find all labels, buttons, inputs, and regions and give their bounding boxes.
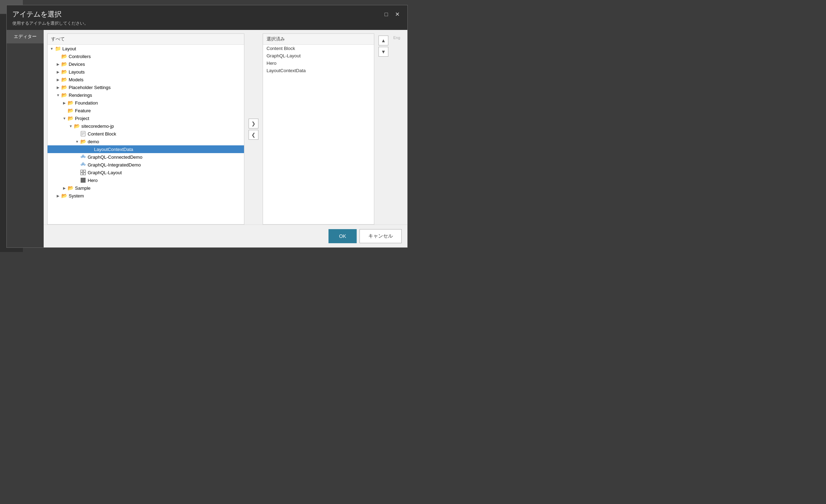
toggle-hero [74,177,80,183]
tree-item-demo[interactable]: 📂 demo [48,138,244,145]
tree-item-content-block[interactable]: Content Block [48,130,244,138]
toggle-feature [62,108,67,113]
dialog-header-buttons: □ ✕ [382,10,402,18]
doc-icon-content-block [80,131,86,137]
transfer-right-button[interactable]: ❯ [249,119,258,128]
label-controllers: Controllers [69,54,91,59]
tree-item-devices[interactable]: 📂 Devices [48,60,244,68]
folder-icon-devices: 📂 [61,61,67,67]
label-renderings: Renderings [69,93,92,98]
editor-tab[interactable]: エディター [7,30,44,44]
svg-rect-16 [81,173,83,175]
right-panel: 選択済み Content Block GraphQL-Layout Hero L… [263,33,374,225]
selected-item-content-block[interactable]: Content Block [263,45,374,52]
label-models: Models [69,77,83,82]
toggle-layouts[interactable] [55,69,61,75]
tree-item-models[interactable]: 📂 Models [48,76,244,83]
extra-right-panel: Eng [393,33,404,225]
toggle-renderings[interactable] [55,92,61,98]
folder-icon-project: 📂 [67,115,74,121]
label-sitecoredemo: sitecoredemo-jp [81,124,114,129]
dialog-footer: OK キャンセル [44,225,407,247]
label-graphql-integrated: GraphQL-IntegratedDemo [88,162,141,168]
selected-items-panel[interactable]: Content Block GraphQL-Layout Hero Layout… [263,45,374,224]
selected-item-graphql-layout[interactable]: GraphQL-Layout [263,52,374,59]
folder-icon-layouts: 📂 [61,69,67,75]
dialog-content: すべて 📁 Layout 📂 Controllers [44,30,407,247]
toggle-layout[interactable] [49,46,55,51]
toggle-controllers [55,53,61,59]
toggle-devices[interactable] [55,61,61,67]
toggle-graphql-layout [74,170,80,175]
selected-item-hero[interactable]: Hero [263,59,374,67]
tree-item-renderings[interactable]: 📂 Renderings [48,91,244,99]
toggle-layoutcontextdata [81,146,86,152]
tree-item-layoutcontextdata[interactable]: LayoutContextData [48,145,244,153]
svg-point-4 [81,156,82,158]
toggle-sitecoredemo[interactable] [68,123,74,129]
dialog-title: アイテムを選択 [12,10,88,19]
folder-icon-placeholder: 📂 [61,84,67,90]
tree-item-graphql-integrated[interactable]: GraphQL-IntegratedDemo [48,161,244,169]
folder-icon-sitecoredemo: 📂 [74,123,80,129]
svg-point-5 [84,156,85,158]
folder-icon-feature: 📂 [67,107,74,114]
tree-item-hero[interactable]: Hero [48,176,244,184]
dialog-header-left: アイテムを選択 使用するアイテムを選択してください。 [12,10,88,26]
toggle-project[interactable] [62,115,67,121]
tree-item-project[interactable]: 📂 Project [48,114,244,122]
toggle-placeholder[interactable] [55,84,61,90]
ok-button[interactable]: OK [328,229,357,243]
maximize-button[interactable]: □ [382,11,390,18]
label-devices: Devices [69,62,85,67]
component-icon-graphql-connected [80,154,86,160]
toggle-foundation[interactable] [62,100,67,106]
label-project: Project [75,116,89,121]
toggle-models[interactable] [55,77,61,82]
select-item-dialog: アイテムを選択 使用するアイテムを選択してください。 □ ✕ エディター すべて [6,5,408,248]
left-panel-header: すべて [48,34,244,45]
square-icon-hero [80,177,86,183]
tree-item-sample[interactable]: 📂 Sample [48,184,244,192]
tree-item-graphql-layout[interactable]: GraphQL-Layout [48,169,244,176]
tree-item-controllers[interactable]: 📂 Controllers [48,52,244,60]
left-panel: すべて 📁 Layout 📂 Controllers [47,33,244,225]
transfer-left-button[interactable]: ❮ [249,130,258,140]
label-system: System [69,193,84,199]
panels-area: すべて 📁 Layout 📂 Controllers [44,30,407,225]
toggle-graphql-integrated [74,162,80,168]
folder-icon-foundation: 📂 [67,100,74,106]
tree-item-feature[interactable]: 📂 Feature [48,107,244,114]
folder-icon-system: 📂 [61,193,67,199]
tree-item-graphql-connected[interactable]: GraphQL-ConnectedDemo [48,153,244,161]
close-button[interactable]: ✕ [393,10,402,18]
right-panel-header: 選択済み [263,34,374,45]
folder-icon-controllers: 📂 [61,53,67,59]
label-graphql-layout: GraphQL-Layout [88,170,122,175]
tree-item-layouts[interactable]: 📂 Layouts [48,68,244,76]
svg-point-10 [84,164,85,165]
tree-item-placeholder-settings[interactable]: 📂 Placeholder Settings [48,83,244,91]
label-layouts: Layouts [69,69,85,75]
folder-icon-demo: 📂 [80,138,86,145]
tree-item-system[interactable]: 📂 System [48,192,244,200]
grid-icon-graphql-layout [80,169,86,176]
move-up-button[interactable]: ▲ [378,36,388,45]
component-icon-graphql-integrated [80,162,86,168]
dialog-subtitle: 使用するアイテムを選択してください。 [12,20,88,26]
folder-icon-renderings: 📂 [61,92,67,98]
label-placeholder-settings: Placeholder Settings [69,85,111,90]
tree-item-sitecoredemo[interactable]: 📂 sitecoredemo-jp [48,122,244,130]
move-down-button[interactable]: ▼ [378,47,388,57]
selected-item-layoutcontextdata[interactable]: LayoutContextData [263,67,374,74]
dialog-header: アイテムを選択 使用するアイテムを選択してください。 □ ✕ [7,5,407,30]
tree-item-layout[interactable]: 📁 Layout [48,45,244,52]
toggle-demo[interactable] [74,139,80,144]
toggle-sample[interactable] [62,185,67,191]
toggle-system[interactable] [55,193,61,199]
transfer-buttons: ❯ ❮ [247,33,260,225]
dialog-body: エディター すべて 📁 Layout [7,30,407,247]
tree-item-foundation[interactable]: 📂 Foundation [48,99,244,107]
cancel-button[interactable]: キャンセル [359,229,402,243]
tree-panel[interactable]: 📁 Layout 📂 Controllers 📂 [48,45,244,224]
